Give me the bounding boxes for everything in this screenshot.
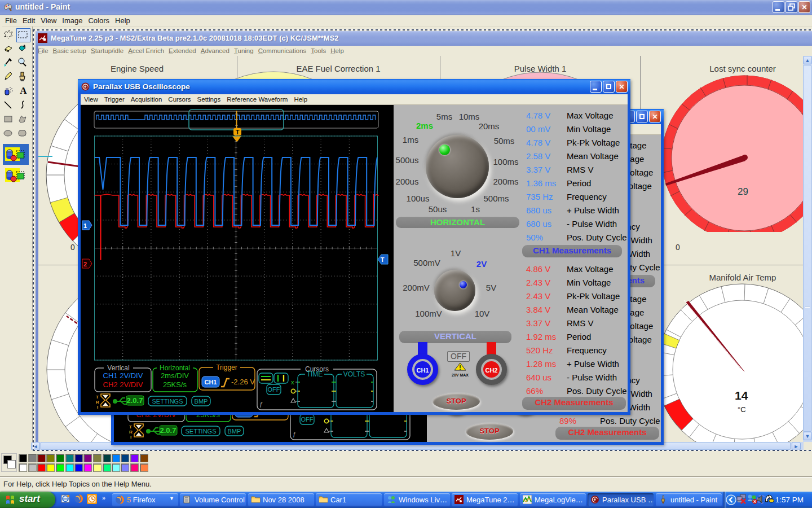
svg-text:CH2 2V/DIV: CH2 2V/DIV [103, 380, 143, 389]
svg-text:BMP: BMP [228, 428, 241, 435]
svg-text:ƒ: ƒ [259, 400, 263, 408]
svg-text:SETTINGS: SETTINGS [185, 428, 216, 435]
svg-text:T: T [381, 256, 385, 263]
svg-text:2.0.7: 2.0.7 [127, 396, 143, 405]
svg-text:Horizontal: Horizontal [160, 364, 190, 372]
svg-text:14: 14 [735, 389, 748, 402]
svg-text:25KS/s: 25KS/s [163, 380, 187, 389]
svg-text:VOLTS: VOLTS [343, 370, 365, 378]
svg-text:CH1 2V/DIV: CH1 2V/DIV [103, 371, 143, 380]
svg-text:ƒ: ƒ [293, 430, 296, 438]
svg-text:x: x [291, 379, 294, 386]
svg-text:0: 0 [70, 243, 75, 252]
svg-text:2.0.7: 2.0.7 [160, 426, 176, 435]
svg-text:BMP: BMP [195, 398, 208, 405]
svg-text:SETTINGS: SETTINGS [152, 398, 183, 405]
svg-text:1: 1 [83, 222, 87, 229]
svg-text:OFF: OFF [268, 386, 280, 393]
svg-text:2: 2 [83, 261, 87, 268]
svg-text:T: T [96, 395, 99, 400]
svg-text:R: R [129, 430, 133, 435]
svg-text:CH1: CH1 [204, 379, 217, 386]
svg-text:Trigger: Trigger [216, 364, 237, 371]
svg-text:I: I [97, 405, 98, 410]
svg-text:29: 29 [738, 186, 748, 197]
svg-text:R: R [96, 400, 99, 405]
svg-text:2ms/DIV: 2ms/DIV [161, 371, 189, 380]
svg-text:!: ! [459, 365, 461, 371]
svg-text:Vertical: Vertical [107, 364, 129, 372]
svg-text:0: 0 [676, 243, 680, 252]
svg-text:T: T [129, 424, 132, 430]
svg-text:-2.26 V: -2.26 V [231, 378, 255, 386]
svg-text:I: I [130, 435, 131, 440]
svg-text:°C: °C [738, 405, 746, 414]
svg-text:T: T [236, 129, 240, 135]
svg-text:OFF: OFF [301, 416, 314, 423]
svg-text:TIME: TIME [307, 370, 323, 378]
